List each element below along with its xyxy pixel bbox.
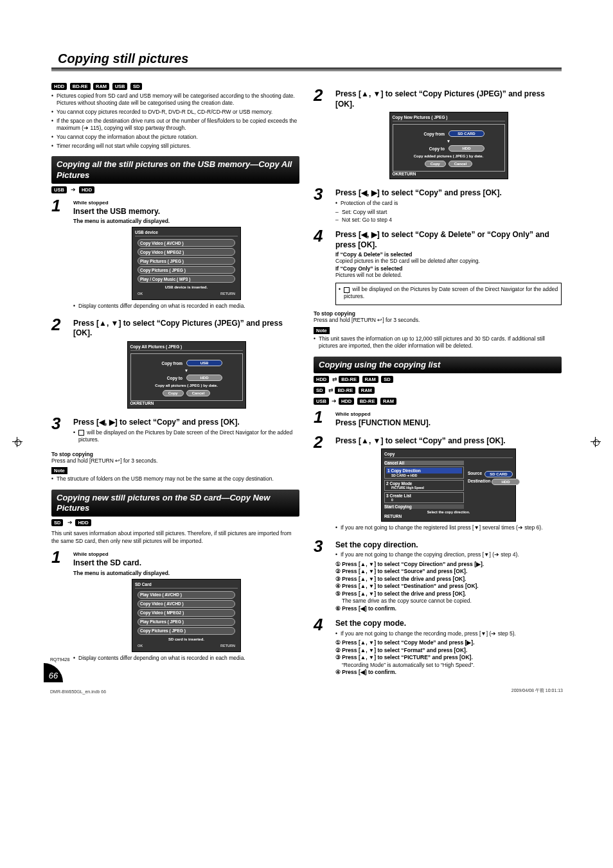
s3-s4-l4: ④ Press [◀] to confirm. xyxy=(335,669,396,675)
usb-item-2[interactable]: Play Pictures ( JPEG ) xyxy=(138,257,235,265)
copynew-copy-btn[interactable]: Copy xyxy=(425,161,446,167)
tag-hdd: HDD xyxy=(51,83,67,90)
r-step4-h1: If “Copy & Delete” is selected xyxy=(335,251,562,258)
copydir-lbl[interactable]: 1 Copy Direction xyxy=(386,468,462,474)
sec1-step1-foot: Display contents differ depending on wha… xyxy=(73,303,299,310)
copymode-val: PICTURE High Speed xyxy=(386,486,462,490)
dst-val[interactable]: HDD xyxy=(492,479,520,485)
usb-item-4[interactable]: Play / Copy Music ( MP3 ) xyxy=(138,275,235,283)
s3l1-a: HDD xyxy=(314,376,329,383)
src-val[interactable]: SD CARD xyxy=(484,471,513,477)
cancel-all[interactable]: Cancel All xyxy=(384,461,464,465)
s3-step4-main: Set the copy mode. xyxy=(335,619,562,629)
copylist-title: Copy xyxy=(384,452,513,458)
r-step3-notset: Not set: Go to step 4 xyxy=(335,217,562,224)
sd-item-4[interactable]: Copy Pictures ( JPEG ) xyxy=(138,627,235,635)
sec1-step1-main: Insert the USB memory. xyxy=(73,207,299,217)
r-step2-num: 2 xyxy=(314,87,329,103)
s3l2-t1: RAM xyxy=(359,387,375,394)
r-stop-head: To stop copying xyxy=(314,310,562,317)
sec1-stop-body: Press and hold [RETURN ↩] for 3 seconds. xyxy=(51,457,299,465)
s3l3-a: USB xyxy=(314,398,329,405)
tag-usb: USB xyxy=(112,83,128,90)
s3l1-t2: SD xyxy=(381,376,393,383)
r-step4-main: Press [◀, ▶] to select “Copy & Delete” o… xyxy=(335,230,562,250)
sec1-to: HDD xyxy=(79,186,94,193)
copyall-panel: Copy All Pictures ( JPEG ) Copy fromUSB … xyxy=(127,341,246,409)
r-stop-body: Press and hold [RETURN ↩] for 3 seconds. xyxy=(314,317,562,324)
copyall-from-val[interactable]: USB xyxy=(186,360,222,366)
intro-4: Timer recording will not start while cop… xyxy=(51,143,299,150)
sec2-from: SD xyxy=(51,519,63,526)
s3-step1-kicker: While stopped xyxy=(335,411,562,417)
copynew-from-val[interactable]: SD CARD xyxy=(449,130,484,137)
s3-s3-l3: ③ Press [▲, ▼] to select the drive and p… xyxy=(335,576,466,582)
sd-ok: OK xyxy=(138,644,143,648)
createlist-lbl[interactable]: 3 Create List xyxy=(386,493,462,498)
s3l2-a: SD xyxy=(314,387,325,394)
s3-s3-l4: ④ Press [▲, ▼] to select “Destination” a… xyxy=(335,583,479,589)
copynew-cancel-btn[interactable]: Cancel xyxy=(449,161,473,167)
s3-s3-l6: ⑥ Press [◀] to confirm. xyxy=(335,605,396,612)
usb-item-1[interactable]: Copy Video ( MPEG2 ) xyxy=(138,248,235,256)
s3-step3-main: Set the copy direction. xyxy=(335,540,562,551)
s3-step2-foot: If you are not going to change the regis… xyxy=(335,524,562,531)
intro-list: Pictures copied from SD card and USB mem… xyxy=(51,93,299,150)
s3-s4-l3: ③ Press [▲, ▼] to select “PICTURE” and p… xyxy=(335,654,473,660)
usb-ret: RETURN xyxy=(220,292,235,296)
copyall-ret: RETURN xyxy=(136,401,154,405)
createlist-val: 0 xyxy=(386,498,462,502)
copynew-to-val[interactable]: HDD xyxy=(449,145,484,152)
copynew-ok: OK xyxy=(393,172,399,176)
copyall-to-val[interactable]: HDD xyxy=(186,375,222,381)
copyall-cancel-btn[interactable]: Cancel xyxy=(186,390,211,396)
copyall-from-lbl: Copy from xyxy=(150,361,182,366)
usb-panel-title: USB device xyxy=(135,230,238,236)
s3-s4-l1: ① Press [▲, ▼] to select “Copy Mode” and… xyxy=(335,639,475,646)
s3-step3-pre: If you are not going to change the copyi… xyxy=(335,551,562,558)
sec3-line3: USB ➔ HDD BD-RE RAM xyxy=(314,398,562,405)
sd-item-3[interactable]: Play Pictures ( JPEG ) xyxy=(138,618,235,626)
s3-s3-l1: ① Press [▲, ▼] to select “Copy Direction… xyxy=(335,561,484,567)
sec3-line1: HDD ⇄ BD-RE RAM SD xyxy=(314,376,562,383)
sec1-step2-num: 2 xyxy=(51,316,67,333)
startcopy[interactable]: Start Copying xyxy=(384,504,464,509)
sd-panel-title: SD Card xyxy=(135,582,238,589)
arrow-icon-2: ➔ xyxy=(67,519,73,526)
arrow-icon: ➔ xyxy=(71,186,76,193)
usb-item-0[interactable]: Copy Video ( AVCHD ) xyxy=(138,239,235,247)
sec1-stop-head: To stop copying xyxy=(51,451,299,457)
usb-item-3[interactable]: Copy Pictures ( JPEG ) xyxy=(138,266,235,274)
r-step4-h2: If “Copy Only” is selected xyxy=(335,265,562,272)
sd-item-1[interactable]: Copy Video ( AVCHD ) xyxy=(138,600,235,608)
s3-step1-main: Press [FUNCTION MENU]. xyxy=(335,418,562,429)
bidir-arrow-icon: ⇄ xyxy=(332,376,337,382)
top-tags: HDD BD-RE RAM USB SD xyxy=(51,83,299,90)
copymode-lbl[interactable]: 2 Copy Mode xyxy=(386,481,462,486)
usb-device-panel: USB device Copy Video ( AVCHD ) Copy Vid… xyxy=(132,227,241,300)
sec1-step3-foot: will be displayed on the Pictures by Dat… xyxy=(73,429,299,444)
r-step3-main: Press [◀, ▶] to select “Copy” and press … xyxy=(335,188,562,199)
s3l3-t1: BD-RE xyxy=(357,398,378,405)
r-step4-num: 4 xyxy=(314,227,329,244)
sd-item-0[interactable]: Play Video ( AVCHD ) xyxy=(138,591,235,599)
s3-step4-num: 4 xyxy=(314,616,329,633)
r-step4-foot: will be displayed on the Pictures by Dat… xyxy=(344,286,558,299)
sec2-to: HDD xyxy=(75,519,91,526)
copyall-to-lbl: Copy to xyxy=(150,376,182,380)
footer-right: 2009/04/08 午前 10:01:13 xyxy=(511,687,563,694)
page-title: Copying still pictures xyxy=(51,51,562,66)
r-note-label: Note xyxy=(314,327,330,334)
s3l3-t2: RAM xyxy=(380,398,396,405)
sec2-step1-foot: Display contents differ depending on wha… xyxy=(73,655,299,662)
r-step4-b1: Copied pictures in the SD card will be d… xyxy=(335,258,562,265)
sd-item-2[interactable]: Copy Video ( MPEG2 ) xyxy=(138,609,235,617)
sd-ret: RETURN xyxy=(220,644,235,648)
copyall-copy-btn[interactable]: Copy xyxy=(163,390,184,396)
copyall-note: Copy all pictures ( JPEG ) by date. xyxy=(135,384,238,387)
sec1-step1-kicker: While stopped xyxy=(73,200,299,206)
copynew-title: Copy New Pictures ( JPEG ) xyxy=(393,115,505,121)
copyall-ok: OK xyxy=(130,401,137,405)
s3-s3-l5b: The same drive as the copy source cannot… xyxy=(335,598,562,605)
sec2-intro: This unit saves information about import… xyxy=(51,530,299,545)
